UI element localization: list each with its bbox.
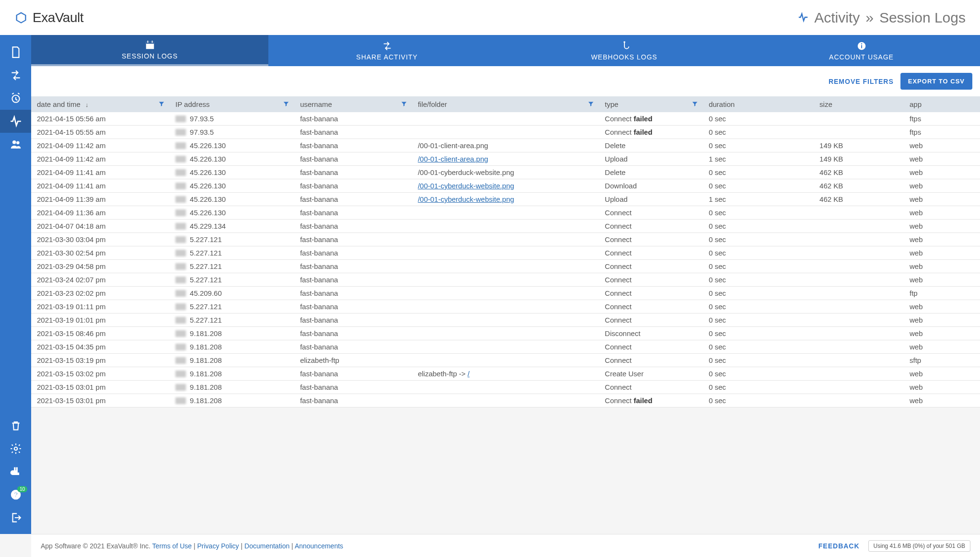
cell-file bbox=[412, 300, 599, 313]
cell-app: web bbox=[904, 152, 980, 166]
filter-icon[interactable] bbox=[158, 100, 165, 108]
remove-filters-button[interactable]: REMOVE FILTERS bbox=[829, 78, 894, 85]
nav-trash[interactable] bbox=[0, 414, 31, 437]
cell-date: 2021-03-24 02:07 pm bbox=[31, 273, 170, 287]
cell-app: web bbox=[904, 246, 980, 260]
cell-type: Connect bbox=[599, 287, 703, 300]
cell-file bbox=[412, 394, 599, 407]
tab-session-logs[interactable]: SESSION LOGS bbox=[31, 35, 268, 66]
breadcrumb: Activity » Session Logs bbox=[798, 10, 966, 26]
cell-type: Connect bbox=[599, 273, 703, 287]
cell-duration: 0 sec bbox=[703, 139, 814, 152]
docs-link[interactable]: Documentation bbox=[244, 542, 289, 550]
col-username[interactable]: username bbox=[294, 96, 412, 112]
tab-account-usage[interactable]: ACCOUNT USAGE bbox=[743, 35, 980, 66]
cell-type: Connect bbox=[599, 381, 703, 394]
ip-flag-icon bbox=[175, 250, 186, 256]
tab-share-activity[interactable]: SHARE ACTIVITY bbox=[268, 35, 506, 66]
nav-help[interactable]: 10 ? bbox=[0, 483, 31, 506]
cell-duration: 1 sec bbox=[703, 193, 814, 206]
cell-username: fast-banana bbox=[294, 206, 412, 220]
nav-activity[interactable] bbox=[0, 110, 31, 133]
nav-alarms[interactable] bbox=[0, 87, 31, 110]
cell-size bbox=[814, 233, 904, 246]
filter-icon[interactable] bbox=[692, 100, 698, 108]
session-logs-table-wrap: date and time ↓ IP address username bbox=[31, 96, 980, 407]
hook-icon bbox=[619, 41, 630, 51]
col-app[interactable]: app bbox=[904, 96, 980, 112]
cell-duration: 0 sec bbox=[703, 354, 814, 367]
cell-app: web bbox=[904, 166, 980, 179]
cell-type: Disconnect bbox=[599, 327, 703, 340]
terms-link[interactable]: Terms of Use bbox=[152, 542, 192, 550]
col-ip[interactable]: IP address bbox=[170, 96, 294, 112]
ip-flag-icon bbox=[175, 169, 186, 176]
announcements-link[interactable]: Announcements bbox=[295, 542, 343, 550]
ip-flag-icon bbox=[175, 317, 186, 324]
file-link[interactable]: / bbox=[468, 370, 470, 378]
cell-size bbox=[814, 313, 904, 327]
logo[interactable]: ExaVault bbox=[14, 10, 83, 25]
cell-ip: 5.227.121 bbox=[170, 246, 294, 260]
cell-username: fast-banana bbox=[294, 166, 412, 179]
table-row: 2021-03-29 04:58 pm5.227.121fast-bananaC… bbox=[31, 260, 980, 273]
ip-flag-icon bbox=[175, 223, 186, 230]
cell-file bbox=[412, 354, 599, 367]
filter-icon[interactable] bbox=[283, 100, 289, 108]
cell-file: /00-01-cyberduck-website.png bbox=[412, 179, 599, 193]
cell-file: /00-01-cyberduck-website.png bbox=[412, 193, 599, 206]
cell-duration: 0 sec bbox=[703, 381, 814, 394]
ip-flag-icon bbox=[175, 371, 186, 377]
nav-logout[interactable] bbox=[0, 506, 31, 529]
nav-settings[interactable] bbox=[0, 437, 31, 460]
transfer-icon bbox=[382, 41, 392, 51]
cell-app: web bbox=[904, 273, 980, 287]
cell-ip: 9.181.208 bbox=[170, 327, 294, 340]
cell-duration: 0 sec bbox=[703, 220, 814, 233]
ip-flag-icon bbox=[175, 290, 186, 297]
feedback-button[interactable]: FEEDBACK bbox=[819, 542, 860, 550]
table-row: 2021-03-30 03:04 pm5.227.121fast-bananaC… bbox=[31, 233, 980, 246]
cell-duration: 0 sec bbox=[703, 246, 814, 260]
col-file[interactable]: file/folder bbox=[412, 96, 599, 112]
cell-file bbox=[412, 112, 599, 126]
nav-transfers[interactable] bbox=[0, 64, 31, 87]
file-link[interactable]: /00-01-cyberduck-website.png bbox=[418, 182, 514, 190]
filter-icon[interactable] bbox=[588, 100, 594, 108]
cell-date: 2021-03-15 03:02 pm bbox=[31, 367, 170, 381]
cell-username: fast-banana bbox=[294, 394, 412, 407]
cell-app: web bbox=[904, 260, 980, 273]
col-size[interactable]: size bbox=[814, 96, 904, 112]
cell-file bbox=[412, 260, 599, 273]
nav-users[interactable] bbox=[0, 133, 31, 156]
file-link[interactable]: /00-01-client-area.png bbox=[418, 155, 488, 163]
nav-files[interactable] bbox=[0, 41, 31, 64]
storage-indicator: Using 41.6 MB (0%) of your 501 GB bbox=[868, 540, 970, 552]
cell-type: Download bbox=[599, 179, 703, 193]
cell-ip: 97.93.5 bbox=[170, 126, 294, 139]
cell-date: 2021-03-15 03:01 pm bbox=[31, 394, 170, 407]
cell-size bbox=[814, 112, 904, 126]
cell-ip: 9.181.208 bbox=[170, 381, 294, 394]
filter-icon[interactable] bbox=[401, 100, 407, 108]
export-csv-button[interactable]: EXPORT TO CSV bbox=[900, 73, 972, 90]
cell-duration: 0 sec bbox=[703, 112, 814, 126]
cell-duration: 0 sec bbox=[703, 206, 814, 220]
cell-duration: 0 sec bbox=[703, 233, 814, 246]
cell-username: fast-banana bbox=[294, 193, 412, 206]
nav-integrations[interactable] bbox=[0, 460, 31, 483]
cell-ip: 5.227.121 bbox=[170, 300, 294, 313]
cell-username: fast-banana bbox=[294, 273, 412, 287]
file-link[interactable]: /00-01-cyberduck-website.png bbox=[418, 195, 514, 203]
cell-duration: 0 sec bbox=[703, 340, 814, 354]
col-type[interactable]: type bbox=[599, 96, 703, 112]
table-row: 2021-03-24 02:07 pm5.227.121fast-bananaC… bbox=[31, 273, 980, 287]
cell-file: /00-01-cyberduck-website.png bbox=[412, 166, 599, 179]
col-date[interactable]: date and time ↓ bbox=[31, 96, 170, 112]
privacy-link[interactable]: Privacy Policy bbox=[197, 542, 239, 550]
info-icon bbox=[856, 41, 867, 51]
col-duration[interactable]: duration bbox=[703, 96, 814, 112]
tab-webhooks-logs[interactable]: WEBHOOKS LOGS bbox=[506, 35, 743, 66]
help-badge: 10 bbox=[17, 486, 27, 492]
tab-label: WEBHOOKS LOGS bbox=[591, 53, 657, 61]
